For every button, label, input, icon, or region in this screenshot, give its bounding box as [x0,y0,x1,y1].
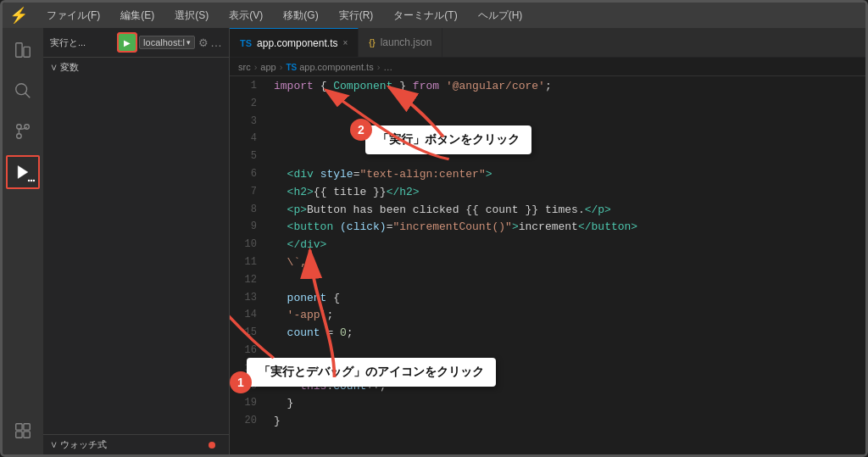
menu-go[interactable]: 移動(G) [278,7,323,25]
json-file-icon: {} [369,37,375,47]
breadcrumb-sep-3: › [377,62,381,72]
code-line-4 [274,131,865,148]
code-editor[interactable]: 12345 678910 1112131415 1617181920 impor… [230,76,865,454]
code-line-15: count = 0; [274,325,865,343]
svg-rect-11 [16,424,22,430]
line-numbers: 12345 678910 1112131415 1617181920 [230,76,264,454]
menu-help[interactable]: ヘルプ(H) [473,7,528,25]
menu-terminal[interactable]: ターミナル(T) [388,7,462,25]
menu-bar: ⚡ ファイル(F) 編集(E) 選択(S) 表示(V) 移動(G) 実行(R) … [3,3,865,28]
menu-edit[interactable]: 編集(E) [115,7,159,25]
svg-point-6 [17,134,22,139]
code-line-17: incrementCount() { [274,360,865,378]
code-line-12 [274,272,865,290]
tab-app-component[interactable]: TS app.component.ts × [230,28,359,57]
svg-point-2 [16,84,27,95]
code-line-19: } [274,395,865,413]
svg-point-8 [28,180,31,182]
tab-bar: TS app.component.ts × {} launch.json [230,28,865,58]
chevron-down-icon: ▾ [186,38,191,47]
svg-point-4 [17,125,22,130]
activity-search-icon[interactable] [6,74,40,108]
code-line-16 [274,343,865,360]
svg-rect-13 [16,432,22,437]
breadcrumb-sep-2: › [280,62,283,72]
code-line-20: } [274,413,865,431]
breadcrumb-src: src [238,62,251,72]
menu-run[interactable]: 実行(R) [334,7,379,25]
watch-indicator-dot [209,442,215,449]
code-line-18: this.count++; [274,378,865,396]
run-button[interactable]: ▶ [119,34,136,51]
svg-point-9 [31,180,33,182]
code-line-14: '-app'; [274,307,865,325]
svg-rect-12 [24,424,30,430]
svg-line-3 [25,93,31,98]
breadcrumb: src › app › TS app.component.ts › … [230,58,865,76]
variables-section[interactable]: ∨ 変数 [43,58,229,77]
svg-rect-1 [24,47,30,57]
sidebar-title: 実行と... [50,36,119,49]
more-options-icon[interactable]: … [210,36,222,49]
code-line-8: <p>Button has been clicked {{ count }} t… [274,202,865,220]
config-selector[interactable]: localhost:l ▾ [139,36,195,49]
code-line-1: import { Component } from '@angular/core… [274,78,865,96]
activity-bar [3,28,43,454]
ts-file-icon: TS [240,38,252,48]
vscode-window: ⚡ ファイル(F) 編集(E) 選択(S) 表示(V) 移動(G) 実行(R) … [0,0,868,457]
code-text: import { Component } from '@angular/core… [264,76,865,454]
activity-extensions-icon[interactable] [6,414,40,448]
activity-explorer-icon[interactable] [6,33,40,67]
code-line-7: <h2>{{ title }}</h2> [274,184,865,202]
code-line-11: \`, [274,254,865,272]
watch-label: ∨ ウォッチ式 [50,438,107,451]
breadcrumb-sep-1: › [254,62,258,72]
config-name: localhost:l [143,37,185,47]
breadcrumb-app: app [260,62,275,72]
code-line-9: <button (click)="incrementCount()">incre… [274,219,865,237]
code-line-10: </div> [274,237,865,254]
activity-run-debug-icon[interactable] [6,155,40,189]
main-area: 実行と... ▶ localhost:l ▾ ⚙ … ∨ 変数 ∨ ウォッチ式 [3,28,865,454]
tab-close-app-component[interactable]: × [342,38,348,47]
debug-sidebar: 実行と... ▶ localhost:l ▾ ⚙ … ∨ 変数 ∨ ウォッチ式 [43,28,230,454]
breadcrumb-ellipsis: … [383,62,392,72]
menu-select[interactable]: 選択(S) [170,7,214,25]
menu-view[interactable]: 表示(V) [224,7,268,25]
gear-icon[interactable]: ⚙ [198,36,209,49]
code-line-13: ponent { [274,290,865,308]
code-line-6: <div style="text-align:center"> [274,166,865,184]
tab-label-launch-json: launch.json [381,36,432,48]
editor-area: TS app.component.ts × {} launch.json src… [230,28,865,454]
svg-rect-14 [24,432,30,437]
activity-source-control-icon[interactable] [6,114,40,148]
breadcrumb-file: TS app.component.ts [286,62,373,72]
tab-label-app-component: app.component.ts [257,37,337,49]
vscode-logo-icon: ⚡ [9,6,28,25]
menu-file[interactable]: ファイル(F) [42,7,105,25]
code-line-5 [274,148,865,166]
code-line-2 [274,96,865,114]
svg-point-10 [33,180,36,182]
svg-rect-0 [16,43,22,58]
code-line-3 [274,114,865,131]
tab-launch-json[interactable]: {} launch.json [359,28,442,57]
sidebar-toolbar: 実行と... ▶ localhost:l ▾ ⚙ … [43,28,229,58]
watch-section[interactable]: ∨ ウォッチ式 [43,434,229,454]
